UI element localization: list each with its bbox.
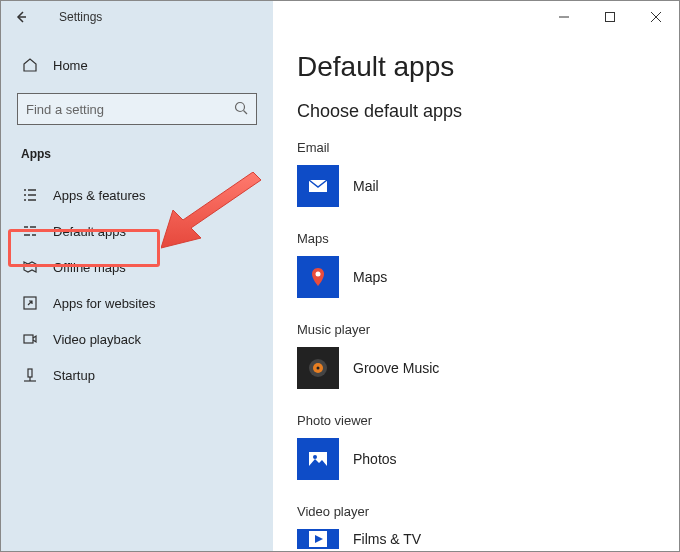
- video-icon: [21, 331, 39, 347]
- svg-rect-21: [28, 369, 32, 377]
- default-app-email[interactable]: Mail: [297, 165, 647, 207]
- startup-icon: [21, 367, 39, 383]
- sidebar-item-label: Default apps: [53, 224, 126, 239]
- svg-point-28: [317, 367, 320, 370]
- search-icon: [234, 101, 248, 118]
- default-app-maps[interactable]: Maps: [297, 256, 647, 298]
- home-label: Home: [53, 58, 88, 73]
- category-label: Email: [297, 140, 647, 155]
- svg-point-25: [316, 272, 321, 277]
- mail-icon: [297, 165, 339, 207]
- home-nav[interactable]: Home: [17, 51, 257, 79]
- page-title: Default apps: [297, 51, 647, 83]
- category-label: Photo viewer: [297, 413, 647, 428]
- window-title: Settings: [41, 10, 102, 24]
- main-panel: Default apps Choose default apps Email M…: [273, 33, 679, 551]
- app-name: Mail: [353, 178, 379, 194]
- title-bar: Settings: [1, 1, 679, 33]
- close-button[interactable]: [633, 1, 679, 33]
- sidebar-item-video-playback[interactable]: Video playback: [17, 321, 257, 357]
- groove-icon: [297, 347, 339, 389]
- app-name: Films & TV: [353, 531, 421, 547]
- back-button[interactable]: [1, 1, 41, 33]
- defaults-icon: [21, 223, 39, 239]
- category-label: Music player: [297, 322, 647, 337]
- sidebar-item-label: Offline maps: [53, 260, 126, 275]
- section-label: Apps: [17, 143, 257, 165]
- sidebar-item-startup[interactable]: Startup: [17, 357, 257, 393]
- photos-icon: [297, 438, 339, 480]
- svg-point-5: [236, 102, 245, 111]
- app-name: Maps: [353, 269, 387, 285]
- map-icon: [21, 259, 39, 275]
- svg-point-30: [313, 455, 317, 459]
- sidebar-item-label: Apps & features: [53, 188, 146, 203]
- sidebar-item-label: Apps for websites: [53, 296, 156, 311]
- app-name: Photos: [353, 451, 397, 467]
- sidebar-item-apps-websites[interactable]: Apps for websites: [17, 285, 257, 321]
- sidebar-item-offline-maps[interactable]: Offline maps: [17, 249, 257, 285]
- search-input[interactable]: [26, 102, 234, 117]
- default-app-photos[interactable]: Photos: [297, 438, 647, 480]
- maximize-button[interactable]: [587, 1, 633, 33]
- open-external-icon: [21, 295, 39, 311]
- default-app-video[interactable]: Films & TV: [297, 529, 647, 549]
- home-icon: [21, 57, 39, 73]
- category-label: Maps: [297, 231, 647, 246]
- page-subtitle: Choose default apps: [297, 101, 647, 122]
- minimize-button[interactable]: [541, 1, 587, 33]
- app-name: Groove Music: [353, 360, 439, 376]
- search-box[interactable]: [17, 93, 257, 125]
- sidebar: Home Apps Apps & features Default apps: [1, 33, 273, 551]
- sidebar-item-label: Video playback: [53, 332, 141, 347]
- sidebar-item-label: Startup: [53, 368, 95, 383]
- svg-line-6: [244, 110, 248, 114]
- sidebar-item-apps-features[interactable]: Apps & features: [17, 177, 257, 213]
- svg-rect-2: [606, 13, 615, 22]
- films-tv-icon: [297, 529, 339, 549]
- sidebar-item-default-apps[interactable]: Default apps: [17, 213, 257, 249]
- list-icon: [21, 187, 39, 203]
- category-label: Video player: [297, 504, 647, 519]
- default-app-music[interactable]: Groove Music: [297, 347, 647, 389]
- svg-rect-20: [24, 335, 33, 343]
- maps-icon: [297, 256, 339, 298]
